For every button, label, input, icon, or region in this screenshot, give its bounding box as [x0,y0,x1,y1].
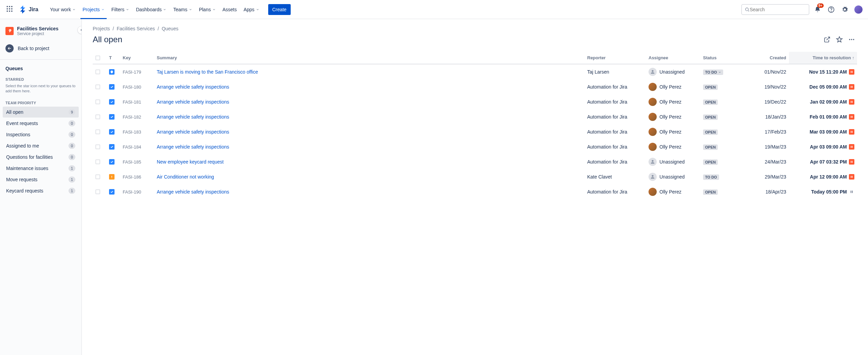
issue-key[interactable]: FASI-186 [123,174,141,180]
row-checkbox[interactable] [95,114,100,119]
column-type[interactable]: T [106,52,120,64]
help-button[interactable] [826,4,837,15]
issue-summary-link[interactable]: Taj Larsen is moving to the San Francisc… [157,69,258,75]
queue-item-assigned-to-me[interactable]: Assigned to me0 [3,140,79,151]
row-checkbox[interactable] [95,129,100,134]
table-row[interactable]: FASI-180 Arrange vehicle safety inspecti… [93,79,857,94]
issue-key[interactable]: FASI-184 [123,144,141,150]
status-badge[interactable]: OPEN [703,114,718,120]
svg-rect-23 [851,116,852,118]
nav-item-plans[interactable]: Plans [196,4,219,15]
column-key[interactable]: Key [120,52,154,64]
project-header[interactable]: Facilities Services Service project [3,25,79,42]
table-row[interactable]: FASI-184 Arrange vehicle safety inspecti… [93,139,857,154]
nav-item-assets[interactable]: Assets [219,4,240,15]
assignee-avatar [649,128,657,136]
chevron-down-icon [189,8,192,11]
issue-key[interactable]: FASI-190 [123,189,141,195]
issue-summary-link[interactable]: Arrange vehicle safety inspections [157,114,229,120]
breadcrumb-queues[interactable]: Queues [162,26,178,31]
table-row[interactable]: FASI-183 Arrange vehicle safety inspecti… [93,124,857,139]
created-date: 19/Nov/22 [764,84,786,90]
table-row[interactable]: FASI-179 Taj Larsen is moving to the San… [93,64,857,79]
nav-item-dashboards[interactable]: Dashboards [133,4,170,15]
notifications-button[interactable]: 9+ [812,4,823,15]
create-button[interactable]: Create [268,4,291,15]
svg-point-29 [652,160,653,162]
jira-logo[interactable]: Jira [16,4,41,15]
issue-key[interactable]: FASI-181 [123,99,141,105]
queue-item-keycard-requests[interactable]: Keycard requests1 [3,185,79,196]
status-badge[interactable]: OPEN [703,99,718,105]
column-resolution[interactable]: Time to resolution ↑ [789,52,857,64]
settings-button[interactable] [839,4,850,15]
breadcrumb-project[interactable]: Facilities Services [117,26,155,31]
issue-summary-link[interactable]: Arrange vehicle safety inspections [157,129,229,135]
open-external-button[interactable] [822,34,833,45]
profile-button[interactable] [853,4,864,15]
status-badge[interactable]: OPEN [703,159,718,165]
back-to-project-link[interactable]: Back to project [3,42,79,55]
sla-paused-icon [849,189,854,195]
nav-item-teams[interactable]: Teams [170,4,195,15]
queue-item-move-requests[interactable]: Move requests1 [3,174,79,185]
table-row[interactable]: FASI-190 Arrange vehicle safety inspecti… [93,184,857,199]
issue-summary-link[interactable]: Arrange vehicle safety inspections [157,99,229,105]
table-row[interactable]: FASI-181 Arrange vehicle safety inspecti… [93,94,857,109]
row-checkbox[interactable] [95,174,100,179]
table-row[interactable]: FASI-182 Arrange vehicle safety inspecti… [93,109,857,124]
nav-item-projects[interactable]: Projects [79,4,108,15]
issue-key[interactable]: FASI-179 [123,70,141,75]
row-checkbox[interactable] [95,99,100,104]
row-checkbox[interactable] [95,70,100,74]
row-checkbox[interactable] [95,189,100,194]
svg-rect-28 [852,146,853,148]
nav-item-filters[interactable]: Filters [108,4,133,15]
queue-count: 1 [68,176,75,183]
issue-type-icon [109,99,115,105]
svg-point-34 [652,175,653,177]
search-box[interactable] [741,4,809,15]
issue-key[interactable]: FASI-182 [123,114,141,120]
select-all-checkbox[interactable] [95,56,100,60]
issue-key[interactable]: FASI-183 [123,129,141,135]
issue-summary-link[interactable]: New employee keycard request [157,159,224,165]
queue-item-event-requests[interactable]: Event requests0 [3,118,79,129]
column-status[interactable]: Status [700,52,741,64]
status-badge[interactable]: OPEN [703,84,718,90]
issue-key[interactable]: FASI-180 [123,84,141,90]
app-switcher-icon[interactable] [4,3,15,15]
breadcrumb-projects[interactable]: Projects [93,26,110,31]
svg-rect-36 [852,176,853,178]
row-checkbox[interactable] [95,144,100,149]
queue-item-maintenance-issues[interactable]: Maintenance issues1 [3,163,79,174]
column-created[interactable]: Created [741,52,789,64]
issue-summary-link[interactable]: Arrange vehicle safety inspections [157,84,229,90]
queue-item-all-open[interactable]: All open9 [3,107,79,118]
more-actions-button[interactable] [846,34,857,45]
search-input[interactable] [750,7,806,12]
column-reporter[interactable]: Reporter [584,52,646,64]
row-checkbox[interactable] [95,159,100,164]
issue-summary-link[interactable]: Air Conditioner not working [157,174,214,180]
nav-item-apps[interactable]: Apps [240,4,263,15]
created-date: 01/Nov/22 [764,69,786,75]
status-badge[interactable]: OPEN [703,189,718,195]
table-row[interactable]: FASI-186 Air Conditioner not working Kat… [93,169,857,184]
status-badge[interactable]: OPEN [703,129,718,135]
issue-key[interactable]: FASI-185 [123,159,141,165]
column-assignee[interactable]: Assignee [646,52,700,64]
row-checkbox[interactable] [95,84,100,89]
status-badge[interactable]: TO DO [703,174,719,180]
queue-item-questions-for-facilities[interactable]: Questions for facilities0 [3,152,79,163]
column-summary[interactable]: Summary [154,52,584,64]
nav-item-your-work[interactable]: Your work [46,4,79,15]
status-badge[interactable]: TO DO [703,70,723,75]
table-row[interactable]: FASI-185 New employee keycard request Au… [93,154,857,169]
star-button[interactable] [834,34,845,45]
status-badge[interactable]: OPEN [703,144,718,150]
issue-summary-link[interactable]: Arrange vehicle safety inspections [157,189,229,195]
issue-summary-link[interactable]: Arrange vehicle safety inspections [157,144,229,150]
queue-item-inspections[interactable]: Inspections0 [3,129,79,140]
reporter-name: Automation for Jira [587,189,627,195]
